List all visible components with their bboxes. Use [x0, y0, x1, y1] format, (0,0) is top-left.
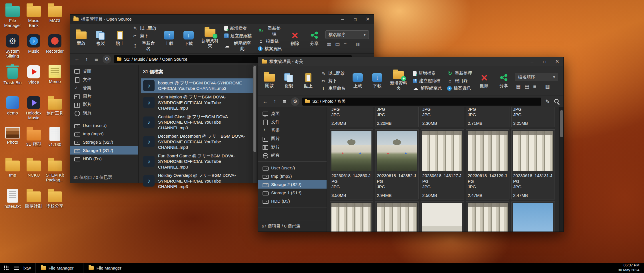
desktop-icon-music-bank[interactable]: Music Bank: [23, 3, 44, 34]
sidebar-item-drive-user[interactable]: User (user:/): [70, 121, 138, 130]
photo-cell[interactable]: JPGJPG2.48MB: [330, 107, 373, 127]
sidebar-item-music[interactable]: 音樂: [258, 126, 327, 134]
sidebar-item-desktop[interactable]: 桌面: [258, 110, 327, 118]
scrollbar-thumb[interactable]: [253, 66, 256, 152]
photo-cell[interactable]: 20230618_142850.JPGJPG3.50MB: [330, 129, 373, 199]
titlebar[interactable]: 檔案管理員 - Open Source: [70, 15, 374, 24]
desktop-icon-holodex-music[interactable]: Holodex Music: [23, 96, 44, 127]
create-archive-button[interactable]: 建立壓縮檔: [223, 33, 254, 39]
up-button[interactable]: [83, 55, 90, 63]
new-file-button[interactable]: 新增檔案: [412, 70, 443, 77]
photo-cell[interactable]: JPGJPG3.25MB: [511, 107, 555, 127]
sidebar-item-videos[interactable]: 影片: [258, 143, 327, 151]
open-button[interactable]: 開啟: [73, 25, 89, 52]
sidebar-item-drive-tmp[interactable]: tmp (tmp:/): [258, 172, 327, 180]
sidebar-item-drive-hdd[interactable]: HDD (D:/): [70, 155, 138, 163]
maximize-button[interactable]: [538, 57, 551, 66]
sidebar-item-drive-storage2[interactable]: Storage 2 (S2:/): [258, 180, 327, 189]
view-columns-icon[interactable]: [545, 84, 550, 89]
view-list-icon[interactable]: [525, 84, 529, 89]
open-button[interactable]: 開啟: [261, 68, 278, 94]
sidebar-item-drive-hdd[interactable]: HDD (D:/): [258, 197, 327, 205]
desktop-icon-memo[interactable]: Memo: [45, 65, 65, 96]
desktop-icon-ncku[interactable]: NCKU: [23, 158, 44, 189]
menu-button[interactable]: [93, 55, 100, 63]
desktop-icon-demo[interactable]: demo: [2, 96, 23, 127]
sidebar-item-drive-storage2[interactable]: Storage 2 (S2:/): [70, 138, 138, 146]
close-button[interactable]: [551, 57, 563, 66]
file-row[interactable]: Holiday Overslept @ フリーBGM DOVA-SYNDROME…: [141, 171, 253, 191]
photo-cell[interactable]: 20230618_142852.JPGJPG2.94MB: [375, 129, 419, 199]
extract-here-button[interactable]: 解壓縮至此: [223, 40, 254, 52]
desktop-icon-file-manager[interactable]: File Manager: [2, 3, 23, 34]
sidebar-item-web[interactable]: 網頁: [258, 151, 327, 159]
desktop-icon-recorder[interactable]: Recorder: [45, 34, 65, 65]
share-button[interactable]: 分享: [495, 68, 512, 94]
photo-cell[interactable]: JPGJPG2.30MB: [421, 107, 464, 127]
minimize-button[interactable]: [526, 57, 538, 66]
photo-cell[interactable]: 20230618_143131.JPGJPG2.47MB: [511, 129, 555, 199]
file-row[interactable]: December, December! @ フリーBGM DOVA-SYNDRO…: [141, 132, 253, 152]
photo-cell[interactable]: [330, 201, 373, 232]
titlebar[interactable]: 檔案管理員 - 奇美: [258, 57, 563, 66]
file-info-button[interactable]: 檔案資訊: [446, 85, 473, 92]
photo-cell[interactable]: 20230618_143129.JPGJPG2.47MB: [466, 129, 509, 199]
cut-button[interactable]: 剪下: [319, 78, 347, 84]
view-list-icon[interactable]: [335, 42, 340, 47]
refresh-button[interactable]: 重新整理: [257, 25, 284, 37]
menu-button[interactable]: [281, 98, 288, 106]
minimize-button[interactable]: [336, 15, 349, 24]
close-button[interactable]: [361, 15, 374, 24]
new-folder-button[interactable]: 新增資料夾: [388, 68, 409, 94]
maximize-button[interactable]: [349, 15, 361, 24]
sort-order-dropdown[interactable]: 檔名順序: [325, 30, 369, 39]
sidebar-item-pictures[interactable]: 圖片: [70, 92, 138, 100]
paste-button[interactable]: 貼上: [300, 68, 317, 94]
sidebar-item-drive-storage1[interactable]: Storage 1 (S1:/): [258, 189, 327, 197]
view-grid-icon[interactable]: [516, 84, 521, 89]
photo-cell[interactable]: JPGJPG2.20MB: [375, 107, 419, 127]
delete-button[interactable]: 刪除: [287, 25, 303, 52]
app-launcher-icon[interactable]: [3, 265, 9, 271]
address-bar[interactable]: S2: / Photo / 奇美: [302, 98, 541, 106]
photo-cell[interactable]: [511, 201, 555, 232]
desktop-icon-music[interactable]: Music: [23, 34, 44, 65]
desktop-icon-v1130[interactable]: v1.130: [45, 127, 65, 158]
task-list-icon[interactable]: [14, 266, 19, 270]
settings-gear-button[interactable]: [103, 55, 111, 64]
photo-cell[interactable]: [421, 201, 464, 232]
sidebar-item-documents[interactable]: 文件: [258, 118, 327, 126]
desktop-icon-creative-tools[interactable]: 創作工具: [45, 96, 65, 127]
photo-cell[interactable]: [466, 201, 509, 232]
new-folder-button[interactable]: 新增資料夾: [200, 25, 220, 52]
back-button[interactable]: [262, 98, 269, 106]
download-button[interactable]: 下載: [369, 68, 385, 94]
photo-cell[interactable]: JPGJPG2.71MB: [466, 107, 509, 127]
sidebar-item-pictures[interactable]: 圖片: [258, 134, 327, 143]
scrollbar[interactable]: [559, 107, 563, 232]
open-with-button[interactable]: 以...開啟: [131, 25, 158, 32]
desktop-icon-videa[interactable]: Videa: [23, 65, 44, 96]
photo-cell[interactable]: [375, 201, 419, 232]
copy-button[interactable]: 複製: [92, 25, 109, 52]
desktop-icon-stem-kit[interactable]: STEM Kit Packag...: [45, 158, 65, 189]
desktop-icon-dream-plan[interactable]: 圖夢計劃: [23, 189, 44, 220]
view-details-icon[interactable]: [533, 84, 536, 89]
sidebar-item-web[interactable]: 網頁: [70, 109, 138, 117]
desktop-icon-tmp[interactable]: tmp: [2, 158, 23, 189]
sidebar-item-music[interactable]: 音樂: [70, 84, 138, 92]
taskbar-app-file-manager-1[interactable]: File Manager: [35, 263, 79, 273]
clock[interactable]: 06:37 PM 30 May 2024: [618, 263, 641, 273]
refresh-button[interactable]: 重新整理: [446, 70, 473, 77]
paste-button[interactable]: 貼上: [112, 25, 128, 52]
create-archive-button[interactable]: 建立壓縮檔: [412, 78, 443, 84]
taskbar-app-file-manager-2[interactable]: File Manager: [83, 263, 127, 273]
root-dir-button[interactable]: 根目錄: [257, 38, 284, 45]
root-dir-button[interactable]: 根目錄: [446, 78, 473, 84]
view-grid-icon[interactable]: [327, 42, 331, 47]
desktop-icon-notes-txt[interactable]: notes.txt: [2, 189, 23, 220]
photo-cell[interactable]: 20230618_143127.JPGJPG2.50MB: [421, 129, 464, 199]
sidebar-item-documents[interactable]: 文件: [70, 76, 138, 84]
sidebar-item-drive-tmp[interactable]: tmp (tmp:/): [70, 130, 138, 138]
file-row[interactable]: Fun Board Game @ フリーBGM DOVA-SYNDROME OF…: [141, 152, 253, 171]
